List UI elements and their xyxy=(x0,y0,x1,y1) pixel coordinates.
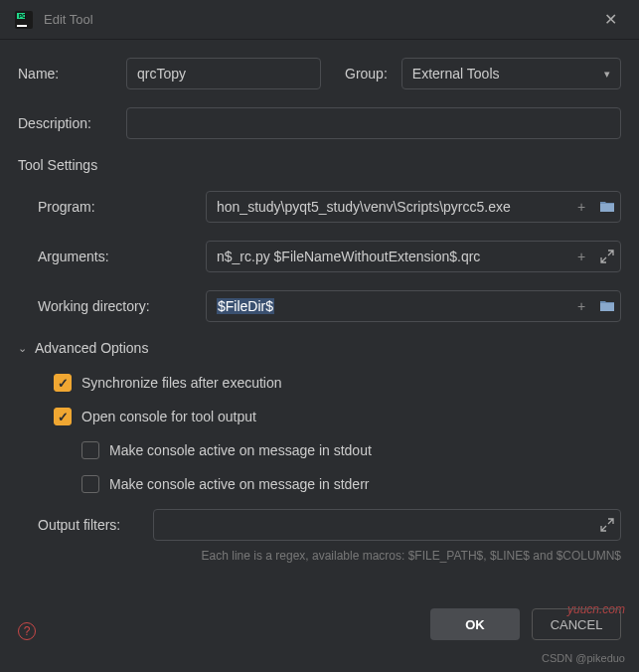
output-filters-hint: Each line is a regex, available macros: … xyxy=(0,549,639,563)
arguments-add-icon[interactable]: + xyxy=(568,249,594,264)
program-row: Program: + xyxy=(38,191,621,223)
stderr-checkbox-row: Make console active on message in stderr xyxy=(81,475,621,493)
stderr-label: Make console active on message in stderr xyxy=(109,476,369,492)
name-label: Name: xyxy=(18,66,112,82)
program-label: Program: xyxy=(38,199,192,215)
close-icon[interactable]: ✕ xyxy=(596,6,625,33)
open-console-checkbox-row: ✓ Open console for tool output xyxy=(54,408,621,425)
output-filters-expand-icon[interactable] xyxy=(594,518,620,532)
output-filters-input[interactable] xyxy=(154,511,594,539)
arguments-expand-icon[interactable] xyxy=(594,250,620,263)
output-filters-input-group xyxy=(153,509,621,541)
description-row: Description: xyxy=(18,107,621,139)
output-filters-label: Output filters: xyxy=(38,517,139,533)
stderr-checkbox[interactable] xyxy=(81,475,99,493)
stdout-label: Make console active on message in stdout xyxy=(109,442,372,458)
svg-rect-3 xyxy=(17,25,27,27)
stdout-checkbox[interactable] xyxy=(81,441,99,459)
arguments-row: Arguments: + xyxy=(38,241,621,272)
output-filters-row: Output filters: xyxy=(38,509,621,541)
group-label: Group: xyxy=(345,66,388,82)
workdir-row: Working directory: $FileDir$ + xyxy=(38,290,621,322)
workdir-label: Working directory: xyxy=(38,298,192,314)
arguments-label: Arguments: xyxy=(38,249,192,264)
titlebar: PC Edit Tool ✕ xyxy=(0,0,639,40)
name-input[interactable] xyxy=(126,58,321,89)
tool-settings-block: Program: + Arguments: + Working director… xyxy=(18,191,621,322)
advanced-options-toggle[interactable]: ⌄ Advanced Options xyxy=(18,340,621,356)
program-input-group: + xyxy=(206,191,621,223)
advanced-content: ✓ Synchronize files after execution ✓ Op… xyxy=(18,374,621,493)
chevron-down-icon: ⌄ xyxy=(18,342,27,355)
dialog-footer: OK CANCEL xyxy=(0,598,639,650)
cancel-button[interactable]: CANCEL xyxy=(532,608,621,640)
program-browse-icon[interactable] xyxy=(594,199,620,215)
program-add-icon[interactable]: + xyxy=(568,199,594,215)
workdir-browse-icon[interactable] xyxy=(594,298,620,314)
dialog-content: Name: Group: External Tools ▾ Descriptio… xyxy=(0,40,639,541)
description-label: Description: xyxy=(18,115,112,131)
ok-button[interactable]: OK xyxy=(430,608,520,640)
open-console-label: Open console for tool output xyxy=(81,409,256,424)
sync-checkbox-row: ✓ Synchronize files after execution xyxy=(54,374,621,392)
workdir-input-group: $FileDir$ + xyxy=(206,290,621,322)
tool-settings-title: Tool Settings xyxy=(18,157,621,173)
watermark-author: CSDN @pikeduo xyxy=(542,652,625,664)
svg-text:PC: PC xyxy=(19,13,26,19)
app-icon: PC xyxy=(14,10,34,30)
workdir-add-icon[interactable]: + xyxy=(568,298,594,314)
group-select[interactable]: External Tools ▾ xyxy=(401,58,621,89)
open-console-checkbox[interactable]: ✓ xyxy=(54,408,72,425)
sync-checkbox[interactable]: ✓ xyxy=(54,374,72,392)
name-group-row: Name: Group: External Tools ▾ xyxy=(18,58,621,89)
arguments-input-group: + xyxy=(206,241,621,272)
arguments-input[interactable] xyxy=(207,243,568,270)
description-input[interactable] xyxy=(126,107,621,139)
stdout-checkbox-row: Make console active on message in stdout xyxy=(81,441,621,459)
group-selected-value: External Tools xyxy=(412,66,500,82)
sync-label: Synchronize files after execution xyxy=(81,375,282,391)
advanced-options-title: Advanced Options xyxy=(35,340,148,356)
program-input[interactable] xyxy=(207,193,568,221)
sub-checks: Make console active on message in stdout… xyxy=(54,441,621,493)
window-title: Edit Tool xyxy=(44,12,596,27)
chevron-down-icon: ▾ xyxy=(604,68,610,81)
workdir-display[interactable]: $FileDir$ xyxy=(207,292,568,320)
